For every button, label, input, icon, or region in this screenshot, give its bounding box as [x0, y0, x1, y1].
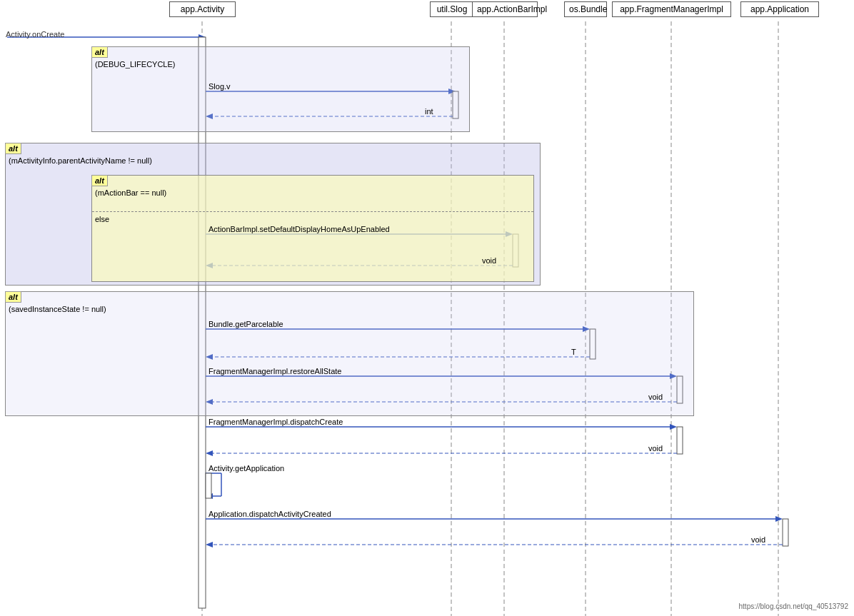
alt-label-1: alt	[91, 46, 108, 58]
alt-frame-saved-instance: alt (savedInstanceState != null)	[5, 291, 694, 416]
msg-dispatch-activity-created: Application.dispatchActivityCreated	[209, 510, 331, 518]
svg-rect-41	[783, 519, 788, 546]
lifeline-util-slog: util.Slog	[430, 1, 474, 17]
alt-label-2: alt	[5, 143, 21, 154]
alt-condition-2: (mActivityInfo.parentActivityName != nul…	[9, 156, 152, 165]
lifeline-activity: app.Activity	[169, 1, 236, 17]
svg-rect-31	[677, 427, 683, 454]
svg-marker-30	[670, 424, 677, 430]
lifeline-actionbar: app.ActionBarImpl	[472, 1, 538, 17]
ret-int: int	[425, 107, 433, 116]
lifeline-bundle: os.Bundle	[564, 1, 607, 17]
else-label: else	[95, 215, 109, 223]
lifeline-application: app.Application	[740, 1, 819, 17]
ret-void-dispatch: void	[648, 444, 663, 453]
msg-dispatch-create: FragmentManagerImpl.dispatchCreate	[209, 418, 343, 426]
svg-marker-37	[206, 493, 213, 499]
msg-slog-v: Slog.v	[209, 82, 231, 91]
msg-get-application: Activity.getApplication	[209, 464, 284, 473]
svg-marker-40	[775, 516, 783, 522]
alt-frame-debug-lifecycle: alt (DEBUG_LIFECYCLE)	[91, 46, 470, 132]
sequence-diagram: app.Activity util.Slog app.ActionBarImpl…	[0, 0, 854, 616]
svg-rect-38	[206, 473, 211, 498]
svg-marker-43	[206, 542, 213, 547]
alt-label-3: alt	[5, 291, 21, 303]
svg-marker-33	[206, 450, 213, 456]
msg-restore-allstate: FragmentManagerImpl.restoreAllState	[209, 367, 341, 375]
alt-condition-1: (DEBUG_LIFECYCLE)	[95, 60, 175, 69]
ret-void-restore: void	[648, 393, 663, 401]
alt-divider-inner	[92, 211, 533, 212]
msg-actionbar-set: ActionBarImpl.setDefaultDisplayHomeAsUpE…	[209, 225, 390, 233]
ret-t: T	[571, 348, 576, 356]
ret-void-app: void	[751, 535, 765, 544]
url-label: https://blog.csdn.net/qq_40513792	[739, 602, 848, 610]
ret-void-actionbar: void	[482, 256, 496, 265]
alt-label-inner: alt	[91, 175, 108, 186]
activity-oncreate-label: Activity.onCreate	[6, 30, 64, 39]
svg-marker-7	[199, 34, 206, 40]
alt-condition-3: (savedInstanceState != null)	[9, 305, 106, 313]
msg-bundle-getparcelable: Bundle.getParcelable	[209, 320, 283, 328]
alt-condition-inner: (mActionBar == null)	[95, 188, 166, 197]
lifeline-fragmentmgr: app.FragmentManagerImpl	[612, 1, 731, 17]
